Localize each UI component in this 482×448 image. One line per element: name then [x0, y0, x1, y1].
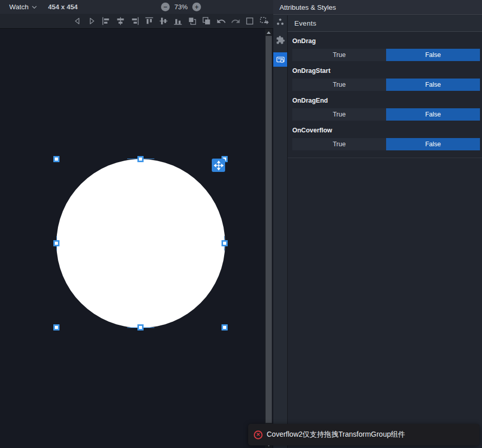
event-label: OnCoverflow: [292, 127, 480, 135]
zoom-controls: − 73% +: [161, 0, 201, 14]
resize-handle-top-center[interactable]: [137, 156, 144, 162]
design-canvas[interactable]: [0, 28, 273, 448]
align-top-icon[interactable]: [144, 16, 154, 26]
node-group-icon[interactable]: [275, 16, 286, 27]
ondragend-true-button[interactable]: True: [292, 108, 386, 121]
event-label: OnDrag: [292, 37, 480, 46]
resize-handle-mid-left[interactable]: [53, 240, 59, 246]
resize-handle-bottom-left[interactable]: [53, 324, 59, 330]
ondrag-false-button[interactable]: False: [386, 49, 480, 61]
ondragstart-false-button[interactable]: False: [386, 79, 480, 91]
align-middle-vertical-icon[interactable]: [158, 16, 169, 26]
events-list: OnDrag True False OnDragStart True False…: [288, 32, 482, 158]
circle-shape[interactable]: [56, 159, 225, 328]
move-tool-button[interactable]: [212, 159, 225, 172]
move-arrows-icon: [214, 161, 224, 170]
align-bottom-icon[interactable]: [173, 16, 183, 26]
events-section-title: Events: [288, 15, 482, 32]
top-bar: Watch 454 x 454 − 73% +: [0, 0, 273, 14]
event-label: OnDragStart: [292, 67, 480, 76]
panel-icon-strip: [273, 15, 287, 448]
prev-triangle-icon[interactable]: [72, 16, 83, 26]
align-right-icon[interactable]: [130, 16, 140, 26]
panel-title: Attributes & Styles: [273, 0, 482, 15]
ondragstart-true-button[interactable]: True: [292, 79, 386, 91]
event-label: OnDragEnd: [292, 97, 480, 106]
editor-left-region: Watch 454 x 454 − 73% +: [0, 0, 273, 448]
ondragend-false-button[interactable]: False: [386, 108, 480, 121]
redo-icon[interactable]: [230, 16, 240, 26]
toolbar: [0, 14, 273, 28]
plugin-puzzle-icon[interactable]: [275, 34, 286, 45]
attributes-form-icon-active[interactable]: [273, 52, 287, 67]
event-row-ondragend: OnDragEnd True False: [292, 97, 480, 121]
error-toast-text: Coverflow2仅支持拖拽TransformGroup组件: [267, 430, 405, 439]
align-center-horizontal-icon[interactable]: [115, 16, 126, 26]
marquee-square-icon[interactable]: [245, 16, 255, 26]
error-toast: ✕ Coverflow2仅支持拖拽TransformGroup组件: [248, 424, 479, 445]
resize-handle-bottom-center[interactable]: [137, 324, 144, 330]
error-circle-x-icon: ✕: [254, 431, 263, 439]
event-row-ondragstart: OnDragStart True False: [292, 67, 480, 91]
oncoverflow-true-button[interactable]: True: [292, 138, 386, 150]
oncoverflow-false-button[interactable]: False: [386, 138, 480, 150]
send-to-back-icon[interactable]: [202, 16, 212, 26]
component-export-icon[interactable]: [259, 16, 269, 26]
event-row-oncoverflow: OnCoverflow True False: [292, 127, 480, 150]
resize-handle-bottom-right[interactable]: [222, 324, 228, 330]
ondrag-true-button[interactable]: True: [292, 49, 386, 61]
device-selector-label: Watch: [9, 3, 29, 11]
zoom-out-button[interactable]: −: [161, 3, 170, 11]
resize-handle-mid-right[interactable]: [222, 240, 228, 246]
align-left-icon[interactable]: [101, 16, 111, 26]
bring-to-front-icon[interactable]: [187, 16, 197, 26]
canvas-vertical-scrollbar[interactable]: [265, 29, 272, 448]
zoom-in-button[interactable]: +: [192, 3, 201, 11]
resize-handle-top-left[interactable]: [53, 156, 59, 162]
device-selector[interactable]: Watch: [9, 3, 37, 11]
zoom-level: 73%: [174, 3, 188, 11]
chevron-down-icon: [32, 6, 37, 9]
event-row-ondrag: OnDrag True False: [292, 37, 480, 61]
next-triangle-icon[interactable]: [87, 16, 97, 26]
scrollbar-thumb[interactable]: [266, 36, 272, 423]
attributes-panel: Attributes & Styles Events OnDrag True F…: [273, 0, 482, 448]
undo-icon[interactable]: [216, 16, 226, 26]
canvas-size-label: 454 x 454: [48, 3, 78, 11]
scroll-up-arrow[interactable]: [267, 31, 271, 34]
